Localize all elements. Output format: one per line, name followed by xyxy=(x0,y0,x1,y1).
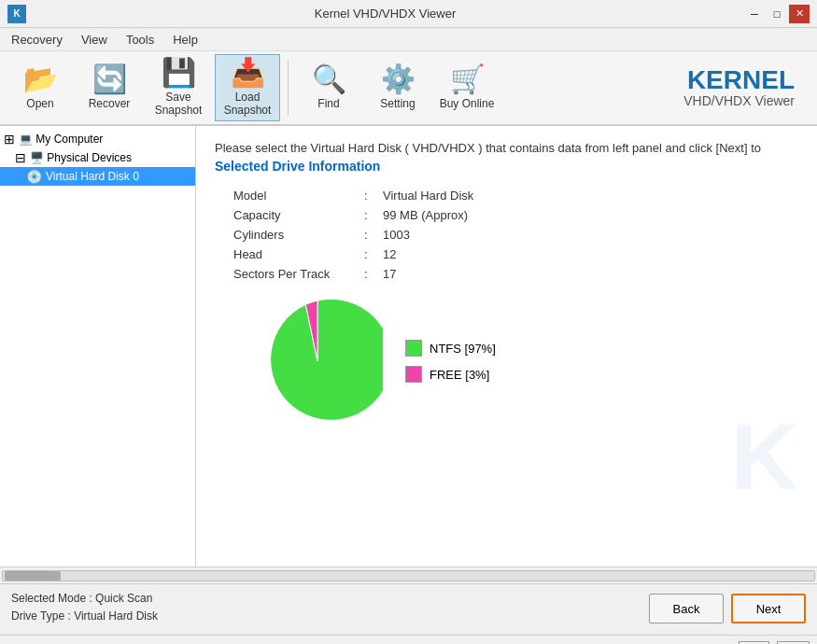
label-cylinders: Cylinders xyxy=(233,228,364,242)
buy-online-button[interactable]: 🛒 Buy Online xyxy=(434,54,500,121)
open-button[interactable]: 📂 Open xyxy=(7,54,73,121)
toolbar-separator-1 xyxy=(288,60,289,116)
brand: KERNEL VHD/VHDX Viewer xyxy=(683,67,810,108)
drive-info-capacity: Capacity : 99 MB (Approx) xyxy=(233,208,798,222)
menu-tools[interactable]: Tools xyxy=(119,31,162,49)
left-panel: ⊞ 💻 My Computer ⊟ 🖥️ Physical Devices 💿 … xyxy=(0,126,196,567)
value-head: 12 xyxy=(383,247,396,261)
find-button[interactable]: 🔍 Find xyxy=(296,54,361,121)
save-snapshot-icon: 💾 xyxy=(162,59,196,87)
brand-name: KERNEL xyxy=(683,67,795,93)
chart-legend: NTFS [97%] FREE [3%] xyxy=(405,340,496,383)
menu-help[interactable]: Help xyxy=(165,31,205,49)
minimize-button[interactable]: ─ xyxy=(744,5,765,23)
window-title: Kernel VHD/VHDX Viewer xyxy=(26,7,744,21)
drive-type-label: Drive Type xyxy=(11,609,64,623)
setting-icon: ⚙️ xyxy=(381,65,416,93)
value-capacity: 99 MB (Approx) xyxy=(383,208,468,222)
value-model: Virtual Hard Disk xyxy=(383,189,473,203)
scroll-thumb[interactable] xyxy=(5,571,61,581)
label-capacity: Capacity xyxy=(233,208,364,222)
load-snapshot-icon: 📥 xyxy=(231,59,265,87)
tree-icon-devices: 🖥️ xyxy=(30,151,44,164)
menu-recovery[interactable]: Recovery xyxy=(4,31,70,49)
find-label: Find xyxy=(317,97,339,110)
buy-online-icon: 🛒 xyxy=(450,65,485,93)
value-cylinders: 1003 xyxy=(383,228,410,242)
brand-subtitle: VHD/VHDX Viewer xyxy=(683,93,795,108)
selected-mode-row: Selected Mode : Quick Scan xyxy=(11,590,641,608)
window-controls: ─ □ ✕ xyxy=(744,5,810,23)
label-model: Model xyxy=(233,189,364,203)
save-snapshot-label: Save Snapshot xyxy=(149,91,207,117)
value-sectors: 17 xyxy=(383,267,396,281)
legend-color-ntfs xyxy=(405,340,422,357)
tree-physical-devices[interactable]: ⊟ 🖥️ Physical Devices xyxy=(0,148,195,167)
chart-area: NTFS [97%] FREE [3%] xyxy=(252,296,798,427)
status-bar: Ready Contact Support CAP NUM xyxy=(0,635,817,644)
open-label: Open xyxy=(26,97,53,110)
drive-type-value: Virtual Hard Disk xyxy=(74,609,158,623)
num-indicator: NUM xyxy=(777,641,810,645)
load-snapshot-label: Load Snapshot xyxy=(219,91,275,117)
legend-label-ntfs: NTFS [97%] xyxy=(430,342,496,356)
setting-label: Setting xyxy=(380,97,415,110)
selected-mode-value: Quick Scan xyxy=(95,592,152,605)
title-bar: K Kernel VHD/VHDX Viewer ─ □ ✕ xyxy=(0,0,817,28)
menu-view[interactable]: View xyxy=(74,31,115,49)
maximize-button[interactable]: □ xyxy=(767,5,787,23)
buy-online-label: Buy Online xyxy=(440,97,495,110)
back-button[interactable]: Back xyxy=(649,594,724,623)
legend-color-free xyxy=(405,366,422,383)
open-icon: 📂 xyxy=(23,65,58,93)
drive-info-head: Head : 12 xyxy=(233,247,798,261)
horizontal-scrollbar[interactable] xyxy=(2,570,815,581)
legend-label-free: FREE [3%] xyxy=(430,368,489,382)
label-head: Head xyxy=(233,247,364,261)
main-area: ⊞ 💻 My Computer ⊟ 🖥️ Physical Devices 💿 … xyxy=(0,126,817,567)
drive-info-sectors: Sectors Per Track : 17 xyxy=(233,267,798,281)
legend-free: FREE [3%] xyxy=(405,366,496,383)
selected-mode-label: Selected Mode xyxy=(11,592,86,605)
tree-label-physical-devices: Physical Devices xyxy=(47,151,132,164)
find-icon: 🔍 xyxy=(312,65,346,93)
label-sectors: Sectors Per Track xyxy=(233,267,364,281)
menu-bar: Recovery View Tools Help xyxy=(0,28,817,51)
legend-ntfs: NTFS [97%] xyxy=(405,340,496,357)
toolbar: 📂 Open 🔄 Recover 💾 Save Snapshot 📥 Load … xyxy=(0,51,817,126)
setting-button[interactable]: ⚙️ Setting xyxy=(365,54,430,121)
recover-label: Recover xyxy=(89,97,131,110)
recover-button[interactable]: 🔄 Recover xyxy=(77,54,142,121)
action-bar: Selected Mode : Quick Scan Drive Type : … xyxy=(0,583,817,635)
drive-info-table: Model : Virtual Hard Disk Capacity : 99 … xyxy=(233,189,798,281)
recover-icon: 🔄 xyxy=(92,65,127,93)
tree-label-vhd0: Virtual Hard Disk 0 xyxy=(46,170,139,183)
action-right-buttons: Back Next xyxy=(649,590,806,623)
action-left-info: Selected Mode : Quick Scan Drive Type : … xyxy=(11,590,641,625)
tree-icon-computer: 💻 xyxy=(19,133,33,146)
instruction-text: Please select the Virtual Hard Disk ( VH… xyxy=(215,141,798,155)
drive-info-model: Model : Virtual Hard Disk xyxy=(233,189,798,203)
app-logo: K xyxy=(7,5,26,23)
content-panel: Please select the Virtual Hard Disk ( VH… xyxy=(196,126,817,567)
tree-label-my-computer: My Computer xyxy=(35,133,103,146)
tree-my-computer[interactable]: ⊞ 💻 My Computer xyxy=(0,130,195,148)
save-snapshot-button[interactable]: 💾 Save Snapshot xyxy=(146,54,211,121)
scrollbar-area[interactable] xyxy=(0,567,817,583)
close-button[interactable]: ✕ xyxy=(789,5,810,23)
tree-virtual-hard-disk-0[interactable]: 💿 Virtual Hard Disk 0 xyxy=(0,167,195,186)
drive-type-row: Drive Type : Virtual Hard Disk xyxy=(11,608,641,625)
status-indicators: CAP NUM xyxy=(739,641,810,645)
pie-chart xyxy=(252,296,383,427)
next-button[interactable]: Next xyxy=(731,594,806,623)
cap-indicator: CAP xyxy=(739,641,769,645)
load-snapshot-button[interactable]: 📥 Load Snapshot xyxy=(215,54,280,121)
selected-drive-title: Selected Drive Information xyxy=(215,159,798,174)
drive-info-cylinders: Cylinders : 1003 xyxy=(233,228,798,242)
